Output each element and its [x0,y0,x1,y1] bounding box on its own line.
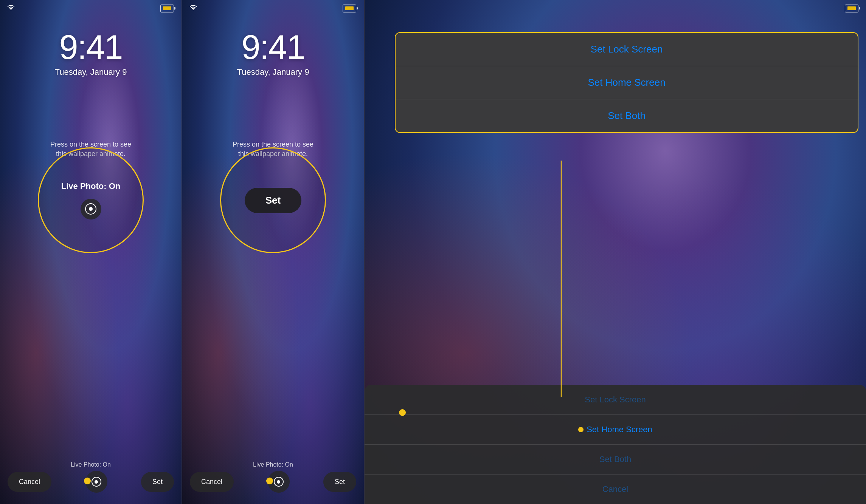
menu-item-lock-screen-top[interactable]: Set Lock Screen [396,33,858,66]
live-icon-small-2 [274,477,284,487]
status-right-1 [160,5,174,12]
set-button-1[interactable]: Set [141,472,174,492]
clock-date-2: Tuesday, January 9 [182,67,364,77]
cancel-label: Cancel [602,484,628,494]
clock-area-1: 9:41 Tuesday, January 9 [0,30,182,77]
status-left-1 [8,5,14,12]
menu-sheet-item-home[interactable]: Set Home Screen [365,415,866,445]
live-icon-small-dot-1 [95,480,98,484]
battery-icon-1 [160,5,174,12]
live-icon-small-1 [92,477,101,487]
clock-area-2: 9:41 Tuesday, January 9 [182,30,364,77]
menu-status-bar [365,0,866,17]
menu-popup-top: Set Lock Screen Set Home Screen Set Both [395,32,858,133]
live-icon-inner-1 [85,203,96,215]
status-bar-2 [182,0,364,17]
phone-screen-1: 9:41 Tuesday, January 9 Press on the scr… [0,0,182,504]
menu-panel: Set Lock Screen Set Home Screen Set Both… [365,0,866,504]
live-photo-label-1: Live Photo: On [61,181,120,191]
menu-sheet-item-lock[interactable]: Set Lock Screen [365,385,866,415]
status-left-2 [190,5,197,12]
phone-screen-2: 9:41 Tuesday, January 9 Press on the scr… [182,0,364,504]
cancel-button-2[interactable]: Cancel [190,472,234,492]
bottom-bar-1: Cancel Set [0,471,182,493]
yellow-dot-2 [266,478,273,484]
set-button-2[interactable]: Set [323,472,356,492]
menu-item-set-both-top[interactable]: Set Both [396,99,858,132]
set-both-label: Set Both [599,455,631,464]
cancel-button-1[interactable]: Cancel [8,472,51,492]
bottom-info-1: Live Photo: On [0,461,182,468]
set-pill-button-2[interactable]: Set [245,188,301,213]
status-bar-1 [0,0,182,17]
status-right-2 [343,5,356,12]
menu-sheet-item-cancel[interactable]: Cancel [365,475,866,504]
set-btn-circle-2: Set [220,147,326,253]
home-screen-dot [578,427,584,432]
clock-time-1: 9:41 [0,30,182,64]
battery-icon-2 [343,5,356,12]
wifi-icon-2 [190,5,197,12]
menu-sheet-bottom: Set Lock Screen Set Home Screen Set Both… [365,385,866,504]
live-icon-dot-1 [89,207,93,211]
bottom-bar-2: Cancel Set [182,471,364,493]
menu-battery-icon [845,5,858,12]
live-photo-circle-1: Live Photo: On [38,147,144,253]
bottom-info-2: Live Photo: On [182,461,364,468]
menu-item-home-screen-top[interactable]: Set Home Screen [396,66,858,99]
home-screen-label: Set Home Screen [587,425,652,434]
wifi-icon-1 [8,5,14,12]
live-icon-small-dot-2 [277,480,280,484]
yellow-dot-1 [84,478,91,484]
lock-screen-label: Set Lock Screen [585,395,646,404]
menu-sheet-item-both[interactable]: Set Both [365,445,866,475]
live-icon-btn-1[interactable] [81,199,101,220]
clock-time-2: 9:41 [182,30,364,64]
clock-date-1: Tuesday, January 9 [0,67,182,77]
